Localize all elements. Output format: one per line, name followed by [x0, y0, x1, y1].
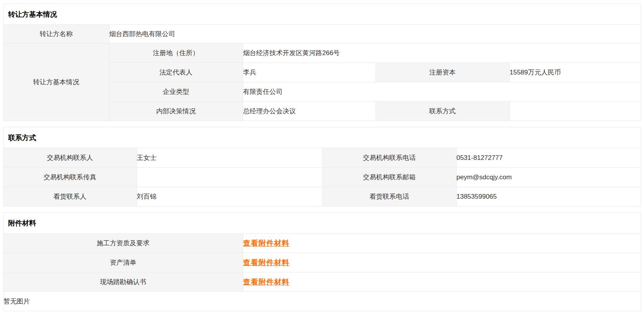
agency-contact-person-label: 交易机构联系人 [3, 148, 137, 168]
inspection-contact-phone-label: 看货联系电话 [322, 187, 456, 206]
attachment-link-cell: 查看附件材料 [243, 234, 641, 253]
attachments-section: 附件材料 施工方资质及要求 查看附件材料 资产清单 查看附件材料 [3, 212, 641, 311]
attachments-section-title: 附件材料 [3, 213, 641, 233]
table-row: 现场踏勘确认书 查看附件材料 [3, 272, 641, 292]
view-attachment-link-asset-list[interactable]: 查看附件材料 [243, 258, 290, 267]
transferor-section: 转让方基本情况 转让方名称 烟台西部热电有限公司 转让方基本情况 注册地（住所）… [3, 3, 641, 121]
registered-capital-value: 15589万元人民币 [509, 63, 641, 82]
company-type-value: 有限责任公司 [243, 82, 641, 102]
attachment-label-asset-list: 资产清单 [3, 253, 243, 272]
table-row: 资产清单 查看附件材料 [3, 253, 641, 272]
transferor-table: 转让方名称 烟台西部热电有限公司 转让方基本情况 注册地（住所） 烟台经济技术开… [3, 24, 641, 121]
transferor-name-value: 烟台西部热电有限公司 [109, 25, 641, 43]
table-row: 施工方资质及要求 查看附件材料 [3, 234, 641, 253]
transferor-section-title: 转让方基本情况 [3, 4, 641, 24]
view-attachment-link-qualification[interactable]: 查看附件材料 [243, 239, 290, 247]
company-type-label: 企业类型 [109, 82, 243, 102]
inspection-contact-phone-value: 13853599065 [456, 187, 641, 206]
attachment-link-cell: 查看附件材料 [243, 253, 641, 272]
contact-section-title: 联系方式 [3, 127, 641, 148]
agency-contact-fax-label: 交易机构联系传真 [3, 168, 137, 187]
table-row: 交易机构联系传真 交易机构联系邮箱 peym@sdcqjy.com [3, 168, 641, 187]
attachments-table: 施工方资质及要求 查看附件材料 资产清单 查看附件材料 现场踏勘确认书 查看附件… [3, 233, 641, 311]
internal-decision-label: 内部决策情况 [109, 102, 243, 121]
registered-capital-label: 注册资本 [376, 63, 509, 82]
agency-contact-phone-value: 0531-81272777 [456, 148, 641, 168]
table-row: 看货联系人 刘百锦 看货联系电话 13853599065 [3, 187, 641, 206]
attachment-label-site-survey: 现场踏勘确认书 [3, 272, 243, 292]
table-row: 暂无图片 [3, 292, 641, 311]
agency-contact-email-label: 交易机构联系邮箱 [322, 168, 456, 187]
contact-method-value [509, 102, 641, 121]
contact-table: 交易机构联系人 王女士 交易机构联系电话 0531-81272777 交易机构联… [3, 148, 641, 206]
internal-decision-value: 总经理办公会决议 [243, 102, 376, 121]
contact-method-label: 联系方式 [376, 102, 509, 121]
legal-representative-label: 法定代表人 [109, 63, 243, 82]
transferor-name-label: 转让方名称 [3, 25, 109, 43]
inspection-contact-person-value: 刘百锦 [137, 187, 322, 206]
inspection-contact-person-label: 看货联系人 [3, 187, 137, 206]
transferor-group-label: 转让方基本情况 [3, 43, 109, 121]
attachment-link-cell: 查看附件材料 [243, 272, 641, 292]
page: 转让方基本情况 转让方名称 烟台西部热电有限公司 转让方基本情况 注册地（住所）… [0, 0, 644, 311]
agency-contact-fax-value [137, 168, 322, 187]
agency-contact-person-value: 王女士 [137, 148, 322, 168]
agency-contact-phone-label: 交易机构联系电话 [322, 148, 456, 168]
contact-section: 联系方式 交易机构联系人 王女士 交易机构联系电话 0531-81272777 … [3, 127, 641, 206]
attachment-label-qualification: 施工方资质及要求 [3, 234, 243, 253]
table-row: 转让方基本情况 注册地（住所） 烟台经济技术开发区黄河路266号 [3, 43, 641, 63]
no-image-text: 暂无图片 [3, 292, 641, 311]
view-attachment-link-site-survey[interactable]: 查看附件材料 [243, 278, 290, 286]
legal-representative-value: 李兵 [243, 63, 376, 82]
table-row: 交易机构联系人 王女士 交易机构联系电话 0531-81272777 [3, 148, 641, 168]
registered-address-value: 烟台经济技术开发区黄河路266号 [243, 43, 641, 63]
agency-contact-email-value: peym@sdcqjy.com [456, 168, 641, 187]
registered-address-label: 注册地（住所） [109, 43, 243, 63]
table-row: 转让方名称 烟台西部热电有限公司 [3, 25, 641, 43]
